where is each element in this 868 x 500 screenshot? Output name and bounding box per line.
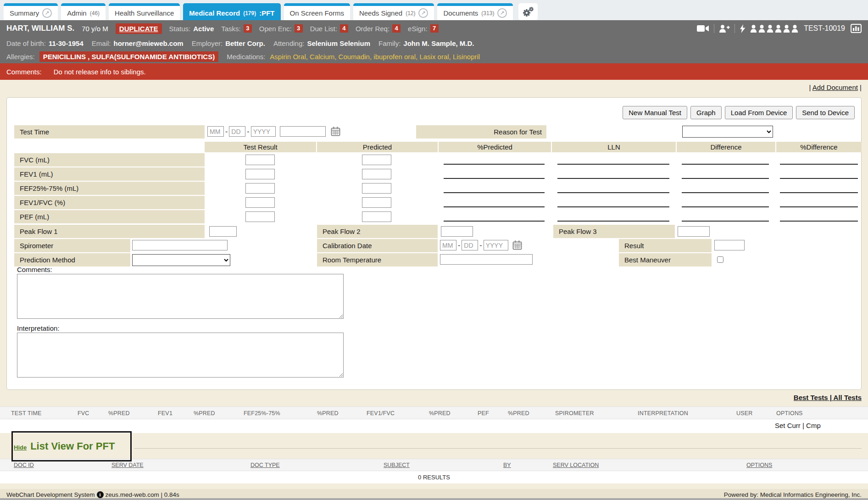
doc-col-subject[interactable]: SUBJECT bbox=[384, 462, 410, 468]
best-tests-link[interactable]: Best Tests bbox=[794, 394, 834, 401]
set-curr-link[interactable]: Set Curr bbox=[775, 422, 806, 429]
duplicate-flag[interactable]: DUPLICATE bbox=[116, 23, 162, 34]
results-col-pred1: %PRED bbox=[108, 410, 130, 417]
lightning-icon[interactable] bbox=[740, 24, 746, 33]
test-time-time-input[interactable] bbox=[280, 126, 326, 137]
tab-count: (12) bbox=[406, 10, 415, 17]
prediction-method-select[interactable] bbox=[132, 254, 230, 266]
peak-flow-3-input[interactable] bbox=[678, 226, 710, 237]
doc-col-serv-date[interactable]: SERV DATE bbox=[111, 462, 144, 468]
patient-demographics-bar: Date of birth:11-30-1954 Email:horner@mi… bbox=[0, 37, 868, 50]
fev1-pct-predicted-line bbox=[444, 178, 545, 179]
doc-col-doc-id[interactable]: DOC ID bbox=[14, 462, 34, 468]
graph-button[interactable]: Graph bbox=[690, 106, 722, 119]
results-col-fev1fvc: FEV1/FVC bbox=[367, 410, 395, 417]
cmp-link[interactable]: Cmp bbox=[806, 422, 821, 429]
tab-documents[interactable]: Documents (313) ↗ bbox=[437, 3, 513, 20]
fev1-predicted-input[interactable] bbox=[362, 169, 391, 179]
tab-needs-signed[interactable]: Needs Signed (12) ↗ bbox=[353, 3, 434, 20]
allergies-value[interactable]: PENICILLINS , SULFA(SULFONAMIDE ANTIBIOT… bbox=[39, 51, 218, 62]
tasks-count-badge[interactable]: 3 bbox=[244, 24, 252, 33]
interpretation-textarea[interactable] bbox=[17, 333, 344, 378]
esign-count-badge[interactable]: 7 bbox=[430, 24, 439, 33]
doc-col-serv-location[interactable]: SERV LOCATION bbox=[553, 462, 599, 468]
due-list-count-badge[interactable]: 4 bbox=[340, 24, 348, 33]
spirometer-input[interactable] bbox=[132, 240, 228, 250]
tab-label: Needs Signed bbox=[359, 9, 402, 17]
tab-on-screen-forms[interactable]: On Screen Forms bbox=[284, 3, 350, 20]
calibration-year-input[interactable] bbox=[484, 240, 508, 250]
column-header-test-result: Test Result bbox=[205, 142, 316, 152]
tab-admin[interactable]: Admin (46) bbox=[61, 3, 106, 20]
hide-link[interactable]: Hide bbox=[14, 444, 27, 451]
tab-medical-record[interactable]: Medical Record (179):PFT bbox=[183, 3, 280, 20]
row-label-pef: PEF (mL) bbox=[14, 210, 205, 223]
test-time-day-input[interactable] bbox=[229, 126, 245, 137]
calendar-icon[interactable] bbox=[331, 127, 340, 136]
test-time-year-input[interactable] bbox=[251, 126, 276, 137]
doc-col-by[interactable]: BY bbox=[503, 462, 511, 468]
all-tests-link[interactable]: All Tests bbox=[834, 394, 862, 401]
doc-col-options[interactable]: OPTIONS bbox=[746, 462, 772, 468]
load-from-device-button[interactable]: Load From Device bbox=[725, 106, 793, 119]
result-input[interactable] bbox=[714, 240, 745, 250]
reason-for-test-select[interactable] bbox=[682, 126, 773, 138]
fvc-predicted-input[interactable] bbox=[362, 155, 391, 165]
fev1-fvc-predicted-input[interactable] bbox=[362, 197, 391, 208]
add-person-icon[interactable] bbox=[719, 25, 730, 33]
due-list-label: Due List: bbox=[310, 25, 337, 33]
results-col-fev1: FEV1 bbox=[158, 410, 172, 417]
fef-lln-line bbox=[557, 192, 669, 193]
calendar-icon[interactable] bbox=[512, 240, 522, 250]
peak-flow-2-input[interactable] bbox=[441, 226, 473, 237]
fvc-test-result-input[interactable] bbox=[245, 155, 275, 165]
tab-count: (313) bbox=[481, 10, 494, 17]
doc-col-doc-type[interactable]: DOC TYPE bbox=[250, 462, 280, 468]
pef-predicted-input[interactable] bbox=[362, 211, 391, 222]
info-icon[interactable]: i bbox=[97, 491, 104, 498]
peak-flow-1-input[interactable] bbox=[209, 226, 237, 237]
video-camera-icon[interactable] bbox=[697, 25, 709, 32]
medication-link[interactable]: Lasix oral bbox=[419, 53, 453, 61]
tab-label: Admin bbox=[67, 9, 87, 17]
pef-test-result-input[interactable] bbox=[245, 211, 275, 222]
add-document-row: Add Document bbox=[0, 83, 868, 91]
fef-predicted-input[interactable] bbox=[362, 183, 391, 194]
medication-link[interactable]: ibuprofen oral bbox=[373, 53, 419, 61]
fef-test-result-input[interactable] bbox=[245, 183, 275, 194]
medication-link[interactable]: Lisinopril bbox=[453, 53, 480, 61]
date-separator: - bbox=[458, 241, 460, 250]
fvc-lln-line bbox=[557, 164, 669, 165]
popout-icon[interactable]: ↗ bbox=[42, 8, 52, 18]
tab-health-surveillance[interactable]: Health Surveillance bbox=[109, 3, 180, 20]
popout-icon[interactable]: ↗ bbox=[418, 8, 428, 18]
person-icon bbox=[750, 25, 757, 33]
calibration-day-input[interactable] bbox=[462, 240, 478, 250]
test-time-month-input[interactable] bbox=[207, 126, 224, 137]
medication-link[interactable]: Coumadin bbox=[339, 53, 374, 61]
medication-link[interactable]: Calcium bbox=[310, 53, 339, 61]
comments-textarea[interactable] bbox=[17, 274, 344, 319]
popout-icon[interactable]: ↗ bbox=[497, 8, 507, 18]
order-req-count-badge[interactable]: 4 bbox=[392, 24, 401, 33]
new-manual-test-button[interactable]: New Manual Test bbox=[623, 106, 687, 119]
tab-settings-button[interactable] bbox=[518, 3, 538, 20]
footer-powered-by: Powered by: Medical Informatics Engineer… bbox=[724, 491, 862, 498]
open-enc-count-badge[interactable]: 3 bbox=[295, 24, 303, 33]
patient-header-bar: HART, WILLIAM S. 70 y/o M DUPLICATE Stat… bbox=[0, 20, 868, 37]
chart-icon[interactable] bbox=[851, 24, 862, 33]
medication-link[interactable]: Aspirin Oral bbox=[270, 53, 310, 61]
tab-summary[interactable]: Summary ↗ bbox=[4, 3, 58, 20]
results-col-spirometer: SPIROMETER bbox=[555, 410, 594, 417]
best-maneuver-label: Best Maneuver bbox=[619, 253, 712, 267]
best-maneuver-checkbox[interactable] bbox=[717, 256, 723, 263]
fev1-fvc-test-result-input[interactable] bbox=[245, 197, 275, 208]
fev1-test-result-input[interactable] bbox=[245, 169, 275, 179]
list-view-title: List View For PFT bbox=[30, 440, 115, 452]
pef-difference-line bbox=[682, 221, 769, 222]
add-document-link[interactable]: Add Document bbox=[812, 83, 858, 91]
room-temperature-input[interactable] bbox=[440, 254, 533, 265]
send-to-device-button[interactable]: Send to Device bbox=[796, 106, 855, 119]
calibration-month-input[interactable] bbox=[440, 240, 456, 250]
care-team-icons[interactable] bbox=[750, 25, 798, 33]
